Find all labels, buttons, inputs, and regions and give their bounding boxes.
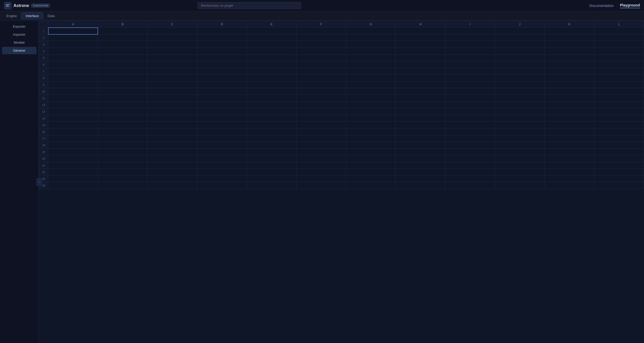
cell-b21[interactable]: [98, 162, 147, 169]
cell-f8[interactable]: [296, 75, 346, 81]
cell-l22[interactable]: [594, 169, 644, 176]
cell-a15[interactable]: [48, 122, 98, 128]
cell-f19[interactable]: [296, 149, 346, 155]
col-header-f[interactable]: F: [296, 21, 346, 28]
cell-f16[interactable]: [296, 128, 346, 135]
cell-d23[interactable]: [197, 176, 247, 182]
cell-d12[interactable]: [197, 102, 247, 108]
cell-f15[interactable]: [296, 122, 346, 128]
col-header-l[interactable]: L: [594, 21, 644, 28]
cell-e14[interactable]: [247, 115, 296, 122]
cell-l23[interactable]: [594, 176, 644, 182]
cell-k8[interactable]: [545, 75, 594, 81]
cell-f23[interactable]: [296, 176, 346, 182]
cell-j21[interactable]: [495, 162, 545, 169]
cell-l20[interactable]: [594, 155, 644, 162]
col-header-g[interactable]: G: [346, 21, 396, 28]
cell-e11[interactable]: [247, 95, 296, 102]
cell-j12[interactable]: [495, 102, 545, 108]
cell-b6[interactable]: [98, 61, 147, 68]
cell-a22[interactable]: [48, 169, 98, 176]
cell-d20[interactable]: [197, 155, 247, 162]
cell-f17[interactable]: [296, 135, 346, 142]
cell-j16[interactable]: [495, 128, 545, 135]
cell-k9[interactable]: [545, 81, 594, 88]
cell-i9[interactable]: [445, 81, 495, 88]
cell-d1[interactable]: [197, 28, 247, 34]
cell-c24[interactable]: [147, 182, 197, 189]
cell-f14[interactable]: [296, 115, 346, 122]
cell-h23[interactable]: [396, 176, 445, 182]
cell-j5[interactable]: [495, 55, 545, 61]
cell-l12[interactable]: [594, 102, 644, 108]
cell-b15[interactable]: [98, 122, 147, 128]
cell-e12[interactable]: [247, 102, 296, 108]
cell-e24[interactable]: [247, 182, 296, 189]
cell-k3[interactable]: [545, 41, 594, 48]
cell-h22[interactable]: [396, 169, 445, 176]
cell-g3[interactable]: [346, 41, 396, 48]
cell-l7[interactable]: [594, 68, 644, 75]
cell-b22[interactable]: [98, 169, 147, 176]
cell-c7[interactable]: [147, 68, 197, 75]
cell-a17[interactable]: [48, 135, 98, 142]
cell-e15[interactable]: [247, 122, 296, 128]
col-header-b[interactable]: B: [98, 21, 147, 28]
cell-g11[interactable]: [346, 95, 396, 102]
cell-g4[interactable]: [346, 48, 396, 55]
cell-c11[interactable]: [147, 95, 197, 102]
tab-engine[interactable]: Engine: [2, 12, 21, 20]
cell-h3[interactable]: [396, 41, 445, 48]
cell-d17[interactable]: [197, 135, 247, 142]
cell-b24[interactable]: [98, 182, 147, 189]
cell-l24[interactable]: [594, 182, 644, 189]
cell-k16[interactable]: [545, 128, 594, 135]
cell-d13[interactable]: [197, 108, 247, 115]
cell-g12[interactable]: [346, 102, 396, 108]
sidebar-exporter[interactable]: Exporter: [2, 23, 36, 30]
cell-c12[interactable]: [147, 102, 197, 108]
cell-c22[interactable]: [147, 169, 197, 176]
cell-b7[interactable]: [98, 68, 147, 75]
cell-c2[interactable]: [147, 34, 197, 41]
cell-c18[interactable]: [147, 142, 197, 149]
cell-h9[interactable]: [396, 81, 445, 88]
cell-l8[interactable]: [594, 75, 644, 81]
cell-d15[interactable]: [197, 122, 247, 128]
cell-g8[interactable]: [346, 75, 396, 81]
cell-h8[interactable]: [396, 75, 445, 81]
cell-a21[interactable]: [48, 162, 98, 169]
cell-l2[interactable]: [594, 34, 644, 41]
cell-i20[interactable]: [445, 155, 495, 162]
cell-i5[interactable]: [445, 55, 495, 61]
cell-a20[interactable]: [48, 155, 98, 162]
cell-d9[interactable]: [197, 81, 247, 88]
cell-e1[interactable]: [247, 28, 296, 34]
cell-c17[interactable]: [147, 135, 197, 142]
cell-j17[interactable]: [495, 135, 545, 142]
cell-c16[interactable]: [147, 128, 197, 135]
cell-i22[interactable]: [445, 169, 495, 176]
cell-g9[interactable]: [346, 81, 396, 88]
cell-f5[interactable]: [296, 55, 346, 61]
cell-i13[interactable]: [445, 108, 495, 115]
cell-i7[interactable]: [445, 68, 495, 75]
cell-d7[interactable]: [197, 68, 247, 75]
cell-e5[interactable]: [247, 55, 296, 61]
cell-d21[interactable]: [197, 162, 247, 169]
cell-h21[interactable]: [396, 162, 445, 169]
cell-f18[interactable]: [296, 142, 346, 149]
cell-d10[interactable]: [197, 88, 247, 95]
cell-g1[interactable]: [346, 28, 396, 34]
cell-l18[interactable]: [594, 142, 644, 149]
cell-j22[interactable]: [495, 169, 545, 176]
tab-data[interactable]: Data: [43, 12, 59, 20]
cell-i11[interactable]: [445, 95, 495, 102]
cell-a14[interactable]: [48, 115, 98, 122]
cell-g24[interactable]: [346, 182, 396, 189]
cell-a6[interactable]: [48, 61, 98, 68]
cell-j11[interactable]: [495, 95, 545, 102]
cell-b16[interactable]: [98, 128, 147, 135]
cell-k7[interactable]: [545, 68, 594, 75]
cell-b9[interactable]: [98, 81, 147, 88]
